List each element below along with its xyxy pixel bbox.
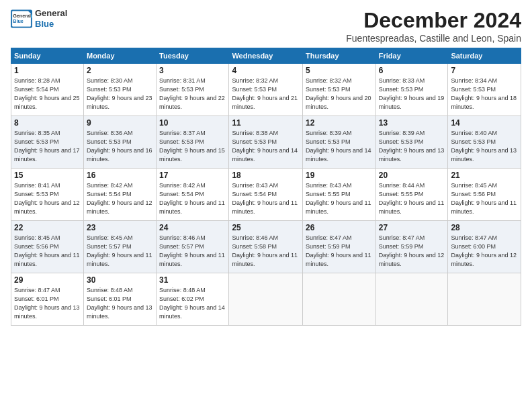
- day-info: Sunrise: 8:42 AMSunset: 5:54 PMDaylight:…: [159, 181, 226, 216]
- day-number: 19: [306, 171, 373, 180]
- logo-text-general: General: [35, 8, 67, 19]
- day-number: 8: [14, 118, 81, 128]
- day-number: 31: [159, 275, 226, 285]
- calendar-cell: 31Sunrise: 8:48 AMSunset: 6:02 PMDayligh…: [157, 273, 229, 326]
- day-info: Sunrise: 8:32 AMSunset: 5:53 PMDaylight:…: [306, 77, 373, 111]
- day-info: Sunrise: 8:31 AMSunset: 5:53 PMDaylight:…: [159, 77, 226, 111]
- day-info: Sunrise: 8:33 AMSunset: 5:53 PMDaylight:…: [379, 77, 445, 111]
- month-title: December 2024: [346, 8, 521, 33]
- day-number: 28: [451, 223, 518, 232]
- calendar-cell: 19Sunrise: 8:43 AMSunset: 5:55 PMDayligh…: [303, 169, 376, 221]
- calendar-cell: 30Sunrise: 8:48 AMSunset: 6:01 PMDayligh…: [83, 273, 156, 326]
- calendar-cell: 21Sunrise: 8:45 AMSunset: 5:56 PMDayligh…: [448, 169, 521, 221]
- calendar-cell: 9Sunrise: 8:36 AMSunset: 5:53 PMDaylight…: [83, 116, 156, 169]
- calendar-cell: 8Sunrise: 8:35 AMSunset: 5:53 PMDaylight…: [11, 116, 84, 169]
- header-tuesday: Tuesday: [157, 48, 229, 64]
- calendar-week-row: 1Sunrise: 8:28 AMSunset: 5:54 PMDaylight…: [11, 64, 521, 116]
- day-info: Sunrise: 8:44 AMSunset: 5:55 PMDaylight:…: [379, 181, 445, 216]
- calendar-cell: 23Sunrise: 8:45 AMSunset: 5:57 PMDayligh…: [83, 221, 156, 273]
- day-info: Sunrise: 8:45 AMSunset: 5:57 PMDaylight:…: [87, 234, 153, 269]
- day-number: 11: [232, 118, 300, 128]
- calendar-cell: 5Sunrise: 8:32 AMSunset: 5:53 PMDaylight…: [303, 64, 376, 116]
- title-section: December 2024 Fuentespreadas, Castille a…: [346, 8, 521, 44]
- calendar-cell: 22Sunrise: 8:45 AMSunset: 5:56 PMDayligh…: [11, 221, 84, 273]
- svg-text:Blue: Blue: [13, 18, 24, 24]
- day-number: 29: [14, 275, 81, 285]
- header-saturday: Saturday: [448, 48, 521, 64]
- header-sunday: Sunday: [11, 48, 84, 64]
- logo-icon: General Blue: [11, 9, 32, 28]
- day-info: Sunrise: 8:38 AMSunset: 5:53 PMDaylight:…: [232, 129, 300, 164]
- day-info: Sunrise: 8:40 AMSunset: 5:53 PMDaylight:…: [451, 129, 518, 164]
- location-subtitle: Fuentespreadas, Castille and Leon, Spain: [346, 33, 521, 44]
- day-info: Sunrise: 8:28 AMSunset: 5:54 PMDaylight:…: [14, 77, 81, 111]
- day-info: Sunrise: 8:48 AMSunset: 6:01 PMDaylight:…: [87, 286, 153, 321]
- day-info: Sunrise: 8:47 AMSunset: 6:01 PMDaylight:…: [14, 286, 81, 321]
- calendar-cell: 13Sunrise: 8:39 AMSunset: 5:53 PMDayligh…: [375, 116, 448, 169]
- day-number: 23: [87, 223, 153, 232]
- calendar-week-row: 22Sunrise: 8:45 AMSunset: 5:56 PMDayligh…: [11, 221, 521, 273]
- day-info: Sunrise: 8:34 AMSunset: 5:53 PMDaylight:…: [451, 77, 518, 111]
- calendar-cell: 7Sunrise: 8:34 AMSunset: 5:53 PMDaylight…: [448, 64, 521, 116]
- day-number: 18: [232, 171, 300, 180]
- calendar-week-row: 8Sunrise: 8:35 AMSunset: 5:53 PMDaylight…: [11, 116, 521, 169]
- day-info: Sunrise: 8:39 AMSunset: 5:53 PMDaylight:…: [306, 129, 373, 164]
- day-number: 13: [379, 118, 445, 128]
- calendar-cell: 25Sunrise: 8:46 AMSunset: 5:58 PMDayligh…: [229, 221, 303, 273]
- day-number: 6: [379, 66, 445, 75]
- day-info: Sunrise: 8:35 AMSunset: 5:53 PMDaylight:…: [14, 129, 81, 164]
- day-number: 14: [451, 118, 518, 128]
- day-number: 4: [232, 66, 300, 75]
- calendar-cell: [448, 273, 521, 326]
- day-number: 9: [87, 118, 153, 128]
- day-info: Sunrise: 8:42 AMSunset: 5:54 PMDaylight:…: [87, 181, 153, 216]
- day-number: 30: [87, 275, 153, 285]
- day-number: 15: [14, 171, 81, 180]
- day-info: Sunrise: 8:45 AMSunset: 5:56 PMDaylight:…: [451, 181, 518, 216]
- day-info: Sunrise: 8:39 AMSunset: 5:53 PMDaylight:…: [379, 129, 445, 164]
- day-number: 7: [451, 66, 518, 75]
- calendar-table: Sunday Monday Tuesday Wednesday Thursday…: [11, 48, 521, 326]
- day-number: 10: [159, 118, 226, 128]
- day-info: Sunrise: 8:41 AMSunset: 5:53 PMDaylight:…: [14, 181, 81, 216]
- calendar-header: Sunday Monday Tuesday Wednesday Thursday…: [11, 48, 521, 64]
- day-info: Sunrise: 8:47 AMSunset: 5:59 PMDaylight:…: [379, 234, 445, 269]
- header-thursday: Thursday: [303, 48, 376, 64]
- calendar-cell: [303, 273, 376, 326]
- day-number: 27: [379, 223, 445, 232]
- page: General Blue General Blue December 2024 …: [0, 0, 532, 411]
- calendar-cell: 26Sunrise: 8:47 AMSunset: 5:59 PMDayligh…: [303, 221, 376, 273]
- day-number: 22: [14, 223, 81, 232]
- day-number: 20: [379, 171, 445, 180]
- day-info: Sunrise: 8:45 AMSunset: 5:56 PMDaylight:…: [14, 234, 81, 269]
- day-number: 24: [159, 223, 226, 232]
- calendar-week-row: 29Sunrise: 8:47 AMSunset: 6:01 PMDayligh…: [11, 273, 521, 326]
- day-number: 2: [87, 66, 153, 75]
- day-info: Sunrise: 8:46 AMSunset: 5:58 PMDaylight:…: [232, 234, 300, 269]
- day-info: Sunrise: 8:36 AMSunset: 5:53 PMDaylight:…: [87, 129, 153, 164]
- calendar-cell: [229, 273, 303, 326]
- day-info: Sunrise: 8:30 AMSunset: 5:53 PMDaylight:…: [87, 77, 153, 111]
- calendar-cell: 16Sunrise: 8:42 AMSunset: 5:54 PMDayligh…: [83, 169, 156, 221]
- day-info: Sunrise: 8:47 AMSunset: 6:00 PMDaylight:…: [451, 234, 518, 269]
- day-info: Sunrise: 8:43 AMSunset: 5:55 PMDaylight:…: [306, 181, 373, 216]
- header: General Blue General Blue December 2024 …: [11, 8, 521, 44]
- calendar-cell: 14Sunrise: 8:40 AMSunset: 5:53 PMDayligh…: [448, 116, 521, 169]
- day-info: Sunrise: 8:32 AMSunset: 5:53 PMDaylight:…: [232, 77, 300, 111]
- day-info: Sunrise: 8:37 AMSunset: 5:53 PMDaylight:…: [159, 129, 226, 164]
- logo: General Blue General Blue: [11, 8, 67, 29]
- calendar-cell: 4Sunrise: 8:32 AMSunset: 5:53 PMDaylight…: [229, 64, 303, 116]
- calendar-cell: 29Sunrise: 8:47 AMSunset: 6:01 PMDayligh…: [11, 273, 84, 326]
- day-number: 5: [306, 66, 373, 75]
- calendar-cell: 11Sunrise: 8:38 AMSunset: 5:53 PMDayligh…: [229, 116, 303, 169]
- calendar-week-row: 15Sunrise: 8:41 AMSunset: 5:53 PMDayligh…: [11, 169, 521, 221]
- day-info: Sunrise: 8:47 AMSunset: 5:59 PMDaylight:…: [306, 234, 373, 269]
- calendar-cell: 28Sunrise: 8:47 AMSunset: 6:00 PMDayligh…: [448, 221, 521, 273]
- day-number: 26: [306, 223, 373, 232]
- calendar-cell: 10Sunrise: 8:37 AMSunset: 5:53 PMDayligh…: [157, 116, 229, 169]
- calendar-cell: 3Sunrise: 8:31 AMSunset: 5:53 PMDaylight…: [157, 64, 229, 116]
- calendar-cell: 17Sunrise: 8:42 AMSunset: 5:54 PMDayligh…: [157, 169, 229, 221]
- header-wednesday: Wednesday: [229, 48, 303, 64]
- calendar-cell: 12Sunrise: 8:39 AMSunset: 5:53 PMDayligh…: [303, 116, 376, 169]
- calendar-cell: 6Sunrise: 8:33 AMSunset: 5:53 PMDaylight…: [375, 64, 448, 116]
